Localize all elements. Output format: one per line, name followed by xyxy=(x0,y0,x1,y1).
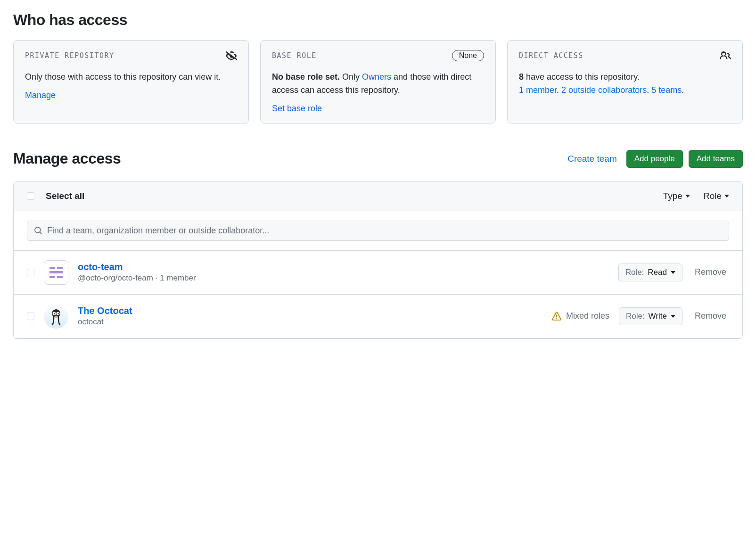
caret-down-icon xyxy=(685,195,690,198)
panel-header: Select all Type Role xyxy=(14,181,742,211)
svg-rect-0 xyxy=(49,267,55,269)
direct-access-body: 8 have access to this repository. 1 memb… xyxy=(519,71,731,97)
base-role-body-strong: No base role set. xyxy=(272,72,340,82)
search-input[interactable] xyxy=(47,226,722,236)
team-avatar xyxy=(44,260,68,285)
svg-rect-4 xyxy=(57,276,63,278)
alert-icon xyxy=(552,312,561,321)
add-people-button[interactable]: Add people xyxy=(626,150,683,168)
role-prefix: Role: xyxy=(626,312,645,321)
manage-access-header: Manage access Create team Add people Add… xyxy=(13,150,743,168)
caret-down-icon xyxy=(724,195,729,198)
select-all-checkbox[interactable] xyxy=(27,192,34,200)
base-role-badge: None xyxy=(452,50,484,61)
svg-rect-3 xyxy=(49,276,55,278)
entity-subtitle: octocat xyxy=(78,317,542,327)
svg-point-9 xyxy=(58,313,59,314)
type-filter[interactable]: Type xyxy=(663,191,690,201)
direct-access-card: DIRECT ACCESS 8 have access to this repo… xyxy=(507,40,743,124)
svg-rect-1 xyxy=(57,267,63,269)
caret-down-icon xyxy=(671,315,675,318)
caret-down-icon xyxy=(671,271,675,274)
svg-rect-2 xyxy=(49,271,63,273)
mixed-roles-label: Mixed roles xyxy=(566,311,609,321)
sep3: . xyxy=(682,85,684,95)
base-role-body: No base role set. Only Owners and those … xyxy=(272,71,484,97)
select-all-label: Select all xyxy=(46,191,84,201)
people-icon xyxy=(720,50,731,61)
private-repo-body: Only those with access to this repositor… xyxy=(25,71,237,84)
entity-subtitle: @octo-org/octo-team · 1 member xyxy=(78,273,609,283)
base-role-title: BASE ROLE xyxy=(272,51,317,60)
role-value: Write xyxy=(649,312,667,321)
search-icon xyxy=(34,226,42,235)
access-cards: PRIVATE REPOSITORY Only those with acces… xyxy=(13,40,743,124)
row-checkbox[interactable] xyxy=(27,313,34,320)
entity-name-link[interactable]: octo-team xyxy=(78,262,123,272)
members-link[interactable]: 1 member xyxy=(519,85,557,95)
role-dropdown[interactable]: Role: Write xyxy=(619,307,682,325)
private-repo-title: PRIVATE REPOSITORY xyxy=(25,51,115,60)
access-panel: Select all Type Role octo-team xyxy=(13,181,743,339)
direct-access-suffix: have access to this repository. xyxy=(524,72,640,82)
base-role-card: BASE ROLE None No base role set. Only Ow… xyxy=(260,40,496,124)
row-checkbox[interactable] xyxy=(27,269,34,276)
svg-point-8 xyxy=(54,313,55,314)
manage-privacy-link[interactable]: Manage xyxy=(25,91,56,100)
add-teams-button[interactable]: Add teams xyxy=(689,150,743,168)
remove-button[interactable]: Remove xyxy=(692,307,729,325)
type-filter-label: Type xyxy=(663,191,682,201)
role-filter-label: Role xyxy=(703,191,722,201)
role-filter[interactable]: Role xyxy=(703,191,729,201)
mixed-roles-indicator: Mixed roles xyxy=(552,311,609,321)
role-prefix: Role: xyxy=(625,268,644,277)
remove-button[interactable]: Remove xyxy=(692,264,729,281)
create-team-button[interactable]: Create team xyxy=(564,154,621,164)
user-avatar xyxy=(44,304,68,329)
table-row: The Octocat octocat Mixed roles Role: Wr… xyxy=(14,295,742,338)
role-value: Read xyxy=(648,268,667,277)
outside-collaborators-link[interactable]: 2 outside collaborators xyxy=(561,85,647,95)
eye-closed-icon xyxy=(226,50,237,61)
sep1: . xyxy=(557,85,561,95)
teams-link[interactable]: 5 teams xyxy=(651,85,682,95)
svg-point-10 xyxy=(55,315,58,318)
table-row: octo-team @octo-org/octo-team · 1 member… xyxy=(14,251,742,295)
entity-name-link[interactable]: The Octocat xyxy=(78,305,132,316)
base-role-body-pre: Only xyxy=(340,72,362,82)
manage-access-heading: Manage access xyxy=(13,150,121,167)
search-field[interactable] xyxy=(27,221,729,241)
direct-access-count: 8 xyxy=(519,72,524,82)
private-repo-card: PRIVATE REPOSITORY Only those with acces… xyxy=(13,40,249,124)
set-base-role-link[interactable]: Set base role xyxy=(272,104,322,113)
who-has-access-heading: Who has access xyxy=(13,11,743,29)
direct-access-title: DIRECT ACCESS xyxy=(519,51,583,60)
role-dropdown[interactable]: Role: Read xyxy=(618,264,682,281)
sep2: . xyxy=(647,85,651,95)
owners-link[interactable]: Owners xyxy=(362,72,391,82)
